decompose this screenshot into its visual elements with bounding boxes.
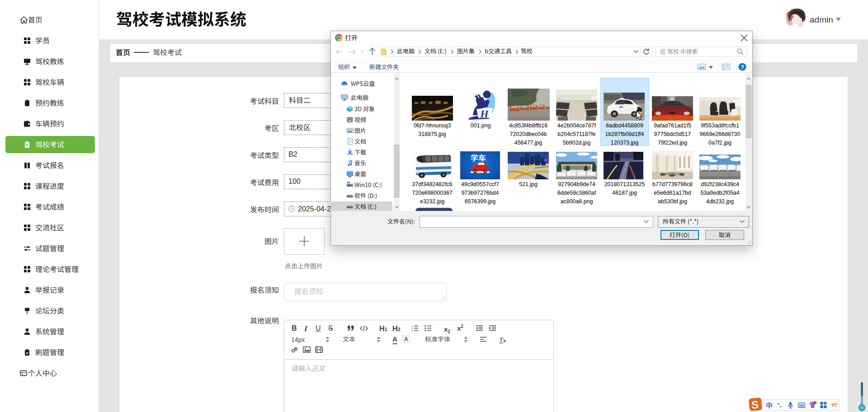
svg-text:H: H — [480, 108, 489, 120]
svg-text:A: A — [404, 336, 408, 342]
svg-text:S: S — [751, 398, 760, 411]
svg-text:3: 3 — [411, 329, 413, 332]
svg-text:?: ? — [741, 64, 744, 70]
